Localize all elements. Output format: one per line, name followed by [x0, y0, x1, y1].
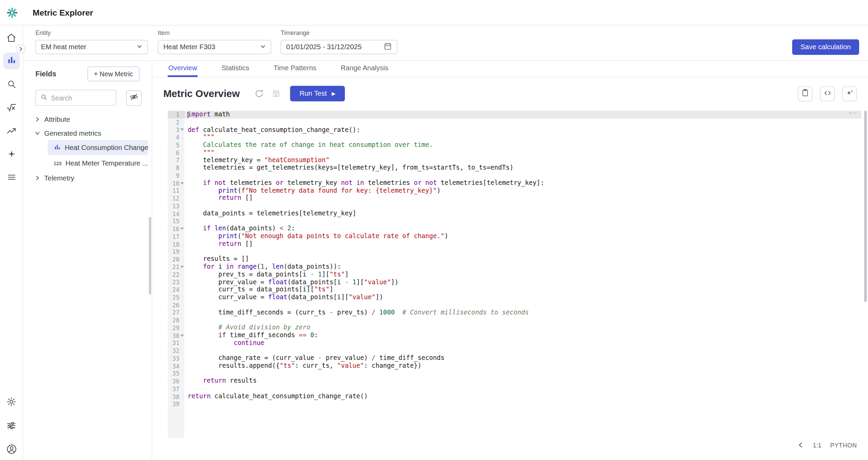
chevron-right-icon[interactable] — [35, 176, 40, 181]
tab-overview[interactable]: Overview — [168, 61, 198, 77]
timerange-input[interactable]: 01/01/2025 - 31/12/2025 — [281, 40, 397, 54]
code-line-text[interactable] — [184, 248, 862, 255]
code-line-text[interactable] — [184, 370, 862, 377]
code-line-text[interactable]: """ — [184, 149, 862, 156]
search-input[interactable] — [51, 94, 111, 102]
fold-toggle-icon[interactable] — [180, 129, 183, 131]
sidebar-expand-handle[interactable] — [16, 44, 25, 54]
code-line: 7 telemetry_key = "heatConsumption" — [168, 156, 862, 164]
chevron-down-icon[interactable] — [35, 131, 40, 136]
search-icon[interactable] — [6, 79, 17, 90]
code-line-text[interactable]: Calculates the rate of change in heat co… — [184, 141, 862, 149]
line-number: 22 — [168, 271, 184, 278]
code-line-text[interactable]: results.append({"ts": curr_ts, "value": … — [184, 362, 862, 369]
tune-sliders-icon[interactable] — [6, 420, 17, 431]
tab-range-analysis[interactable]: Range Analysis — [340, 61, 389, 77]
entity-select[interactable]: EM heat meter — [35, 40, 147, 54]
code-line-text[interactable] — [184, 347, 862, 354]
code-line-text[interactable]: return results — [184, 377, 862, 385]
code-line-text[interactable]: curr_ts = data_points[i]["ts"] — [184, 286, 862, 293]
code-line-text[interactable]: for i in range(1, len(data_points)): — [184, 263, 862, 271]
fold-toggle-icon[interactable] — [180, 334, 183, 337]
save-calculation-button[interactable]: Save calculation — [792, 39, 859, 55]
code-line-text[interactable] — [184, 202, 862, 210]
item-select[interactable]: Heat Meter F303 — [158, 40, 271, 54]
code-line: 38return calculate_heat_consumption_chan… — [168, 392, 862, 400]
gutter-fill — [168, 408, 184, 438]
code-line-text[interactable]: time_diff_seconds = (curr_ts - prev_ts) … — [184, 309, 862, 316]
chevron-left-icon[interactable] — [798, 442, 804, 449]
new-metric-button[interactable]: + New Metric — [87, 66, 139, 81]
code-line-text[interactable]: import math — [184, 111, 862, 118]
tab-statistics[interactable]: Statistics — [221, 61, 250, 77]
clipboard-button[interactable] — [798, 86, 813, 101]
code-line: 5 Calculates the rate of change in heat … — [168, 141, 862, 149]
tree-item-heat-consumption-change[interactable]: Heat Consumption Change... — [47, 140, 148, 155]
run-test-label: Run Test — [299, 90, 327, 97]
code-line-text[interactable] — [184, 172, 862, 179]
save-script-button[interactable] — [272, 89, 281, 98]
tree-item-heat-meter-temperature[interactable]: 123Heat Meter Temperature ... — [47, 156, 148, 171]
tree-node-telemetry[interactable]: Telemetry — [23, 171, 152, 185]
code-line-text[interactable]: change_rate = (curr_value - prev_value) … — [184, 354, 862, 362]
sparkle-icon[interactable] — [6, 149, 17, 160]
code-line-text[interactable]: def calculate_heat_consumption_change_ra… — [184, 126, 862, 133]
code-line-text[interactable] — [184, 217, 862, 225]
entity-value: EM heat meter — [41, 43, 137, 51]
code-line-text[interactable]: telemetry_key = "heatConsumption" — [184, 156, 862, 164]
code-line-text[interactable] — [184, 385, 862, 392]
code-line-text[interactable] — [184, 301, 862, 309]
menu-icon[interactable] — [6, 172, 17, 183]
code-line-text[interactable]: if time_diff_seconds == 0: — [184, 332, 862, 339]
tree-node-attribute[interactable]: Attribute — [23, 112, 152, 126]
line-number: 23 — [168, 278, 184, 286]
fold-toggle-icon[interactable] — [180, 228, 183, 230]
tree-item-label: Heat Consumption Change... — [65, 144, 149, 152]
line-number: 33 — [168, 354, 184, 362]
chevron-right-icon[interactable] — [35, 117, 40, 122]
code-line-text[interactable]: return [] — [184, 194, 862, 202]
fields-title: Fields — [35, 70, 56, 78]
formula-icon[interactable] — [6, 102, 17, 113]
code-line-text[interactable]: if len(data_points) < 2: — [184, 225, 862, 232]
editor-header: Metric Overview Run Test ▶ — [152, 78, 868, 110]
fold-toggle-icon[interactable] — [180, 266, 183, 268]
line-number: 4 — [168, 134, 184, 141]
code-line-text[interactable]: curr_value = float(data_points[i]["value… — [184, 293, 862, 301]
code-line-text[interactable] — [184, 317, 862, 324]
code-line-text[interactable]: """ — [184, 134, 862, 141]
settings-gear-icon[interactable] — [6, 396, 17, 407]
code-line-text[interactable]: prev_value = float(data_points[i - 1]["v… — [184, 278, 862, 286]
code-line-text[interactable]: continue — [184, 339, 862, 347]
sidebar-scrollbar[interactable] — [149, 217, 151, 295]
tab-time-patterns[interactable]: Time Patterns — [273, 61, 317, 77]
code-line-text[interactable]: if not telemetries or telemetry_key not … — [184, 179, 862, 187]
hide-fields-button[interactable] — [126, 90, 142, 106]
code-line-text[interactable]: # Avoid division by zero — [184, 324, 862, 331]
code-line-text[interactable]: prev_ts = data_points[i - 1]["ts"] — [184, 271, 862, 278]
code-line-text[interactable]: results = [] — [184, 255, 862, 263]
refresh-button[interactable] — [254, 89, 264, 98]
app-logo-icon[interactable] — [5, 6, 19, 19]
bar-chart-rail-item[interactable] — [3, 53, 20, 69]
item-label: Item — [158, 30, 271, 36]
ai-assist-button[interactable] — [842, 86, 857, 101]
code-line: 9 — [168, 172, 862, 179]
code-line-text[interactable] — [184, 118, 862, 126]
code-view-button[interactable] — [820, 86, 835, 101]
page-scrollbar[interactable] — [864, 111, 867, 302]
code-line-text[interactable] — [184, 400, 862, 408]
account-icon[interactable] — [6, 444, 17, 455]
code-line-text[interactable]: print(f"No telemetry data found for key:… — [184, 187, 862, 194]
code-line-text[interactable]: print("Not enough data points to calcula… — [184, 233, 862, 240]
code-line-text[interactable]: return [] — [184, 240, 862, 248]
fold-toggle-icon[interactable] — [180, 182, 183, 185]
home-icon[interactable] — [6, 32, 17, 43]
code-line-text[interactable]: telemetries = get_telemetries(keys=[tele… — [184, 164, 862, 172]
line-number: 34 — [168, 362, 184, 369]
tree-node-generated-metrics[interactable]: Generated metrics — [23, 126, 152, 140]
run-test-button[interactable]: Run Test ▶ — [290, 86, 345, 101]
code-line-text[interactable]: return calculate_heat_consumption_change… — [184, 392, 862, 400]
trend-icon[interactable] — [6, 125, 17, 136]
code-line-text[interactable]: data_points = telemetries[telemetry_key] — [184, 210, 862, 217]
